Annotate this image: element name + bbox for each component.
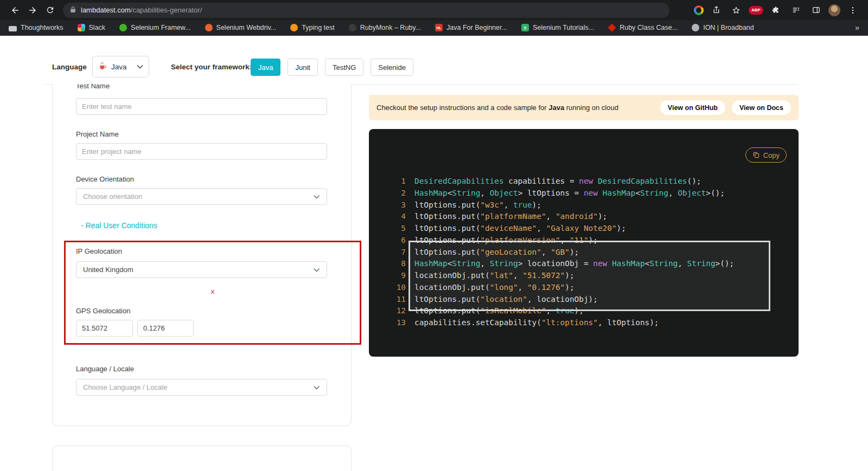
code-line: 8HashMap<String, String> locationObj = n… [369, 258, 799, 270]
browser-titlebar: lambdatest.com/capabilities-generator/ A… [0, 0, 868, 20]
ip-geolocation-select[interactable]: United Kingdom [76, 261, 327, 278]
line-number: 2 [369, 188, 406, 199]
bookmark-item[interactable]: RubyMonk – Ruby... [349, 24, 421, 31]
copy-button[interactable]: Copy [745, 147, 787, 163]
bookmark-item[interactable]: Slack [78, 24, 106, 31]
real-user-conditions-link[interactable]: - Real User Conditions [81, 221, 157, 230]
code-text: ltOptions.put("deviceName", "Galaxy Note… [414, 223, 626, 235]
framework-button-selenide[interactable]: Selenide [371, 59, 413, 76]
extensions-puzzle-icon[interactable] [768, 3, 783, 18]
code-text: locationObj.put("long", "0.1276"); [414, 282, 575, 294]
bookmarks-bar: ThoughtworksSlackSelenium Framew...Selen… [0, 20, 868, 36]
bookmark-item[interactable]: HLJava For Beginner... [435, 24, 507, 31]
bookmark-item[interactable]: Selenium Framew... [119, 24, 190, 31]
code-line: 12ltOptions.put("isRealMobile", true); [369, 305, 799, 317]
code-line: 2HashMap<String, Object> ltOptions = new… [369, 188, 799, 199]
reload-icon[interactable] [42, 3, 58, 18]
address-bar[interactable]: lambdatest.com/capabilities-generator/ [63, 3, 669, 18]
forward-icon[interactable] [25, 3, 40, 18]
bookmark-item[interactable]: Typing test [290, 24, 334, 31]
device-orientation-select[interactable]: Choose orientation [76, 188, 327, 205]
bookmark-label: Thoughtworks [21, 24, 63, 31]
code-line: 3ltOptions.put("w3c", true); [369, 199, 799, 211]
bookmark-item[interactable]: Selenium Webdriv... [205, 24, 277, 31]
bookmark-item[interactable]: Ruby Class Case... [608, 24, 678, 31]
selenium-webdriver-icon [205, 24, 213, 31]
view-on-docs-button[interactable]: View on Docs [732, 100, 791, 115]
view-on-github-button[interactable]: View on GitHub [660, 100, 725, 115]
gps-longitude-input[interactable] [137, 320, 194, 337]
share-icon[interactable] [709, 3, 724, 18]
device-orientation-label: Device Orientation [76, 175, 134, 183]
folder-icon [9, 26, 17, 31]
bookmark-label: Slack [89, 24, 106, 31]
copy-label: Copy [763, 151, 780, 159]
code-line: 1DesiredCapabilities capabilities = new … [369, 176, 799, 188]
language-label: Language [52, 63, 87, 71]
code-panel: Copy 1DesiredCapabilities capabilities =… [369, 129, 799, 357]
code-text: HashMap<String, String> locationObj = ne… [414, 258, 734, 270]
framework-button-group: JavaJunitTestNGSelenide [251, 59, 413, 76]
bookmark-star-icon[interactable] [729, 3, 744, 18]
line-number: 5 [369, 223, 406, 235]
language-locale-select[interactable]: Choose Language / Locale [76, 379, 327, 396]
code-line: 4ltOptions.put("platformName", "android"… [369, 211, 799, 223]
menu-dots-icon[interactable] [845, 3, 860, 18]
code-text: DesiredCapabilities capabilities = new D… [414, 176, 701, 188]
bookmark-item[interactable]: Thoughtworks [9, 24, 63, 31]
line-number: 6 [369, 235, 406, 247]
chevron-down-icon [137, 64, 143, 69]
code-text: locationObj.put("lat", "51.5072"); [414, 270, 575, 282]
framework-button-testng[interactable]: TestNG [325, 59, 363, 76]
ruby-icon [608, 23, 616, 31]
line-number: 12 [369, 305, 406, 317]
bookmark-item[interactable]: SSelenium Tutorials... [521, 24, 594, 31]
page-content: Language Java Select your framework: Jav… [0, 36, 868, 471]
code-line: 7ltOptions.put("geoLocation", "GB"); [369, 247, 799, 259]
banner-text: Checkout the setup instructions and a co… [376, 104, 654, 112]
adblock-plus-icon[interactable]: ABP [749, 6, 763, 15]
project-name-input[interactable] [76, 143, 327, 160]
ion-broadband-icon [692, 24, 699, 31]
line-number: 13 [369, 317, 406, 329]
framework-button-java[interactable]: Java [251, 59, 280, 76]
bookmark-label: Java For Beginner... [446, 24, 507, 31]
rubymonk-icon [349, 24, 356, 31]
code-text: ltOptions.put("w3c", true); [414, 199, 541, 211]
reading-list-icon[interactable] [788, 3, 803, 18]
side-panel-icon[interactable] [808, 3, 824, 18]
google-extension-icon[interactable] [694, 5, 704, 15]
code-line: 9locationObj.put("lat", "51.5072"); [369, 270, 799, 282]
code-line: 5ltOptions.put("deviceName", "Galaxy Not… [369, 223, 799, 235]
capabilities-form-card: Test Name Project Name Device Orientatio… [52, 84, 352, 426]
code-lines: 1DesiredCapabilities capabilities = new … [369, 176, 799, 329]
line-number: 3 [369, 199, 406, 211]
bookmark-item[interactable]: ION | Broadband [692, 24, 754, 31]
bookmark-label: Selenium Tutorials... [533, 24, 594, 31]
url-path: /capabilities-generator/ [131, 6, 202, 14]
bookmarks-overflow-chevron[interactable]: » [855, 23, 859, 32]
slack-icon [78, 24, 85, 31]
lock-icon [69, 5, 76, 15]
chevron-down-icon [313, 268, 320, 272]
test-name-label: Test Name [76, 84, 110, 90]
language-locale-label: Language / Locale [76, 365, 134, 373]
gps-latitude-input[interactable] [76, 320, 133, 337]
back-icon[interactable] [8, 3, 23, 18]
framework-button-junit[interactable]: Junit [288, 59, 317, 76]
selenium-icon [119, 24, 127, 31]
chevron-down-icon [313, 195, 320, 199]
code-text: ltOptions.put("isRealMobile", true); [414, 305, 584, 317]
typing-test-icon [290, 24, 298, 31]
language-value: Java [111, 63, 133, 71]
bookmark-label: Ruby Class Case... [620, 24, 678, 31]
test-name-input[interactable] [76, 98, 327, 115]
bookmarks-list: ThoughtworksSlackSelenium Framew...Selen… [9, 24, 754, 31]
chevron-down-icon [313, 385, 320, 390]
profile-avatar[interactable] [828, 4, 840, 16]
code-text: HashMap<String, Object> ltOptions = new … [414, 188, 725, 199]
setup-instructions-banner: Checkout the setup instructions and a co… [369, 95, 799, 120]
line-number: 7 [369, 247, 406, 259]
titlebar-right-icons: ABP [694, 3, 860, 18]
language-dropdown[interactable]: Java [92, 56, 149, 78]
